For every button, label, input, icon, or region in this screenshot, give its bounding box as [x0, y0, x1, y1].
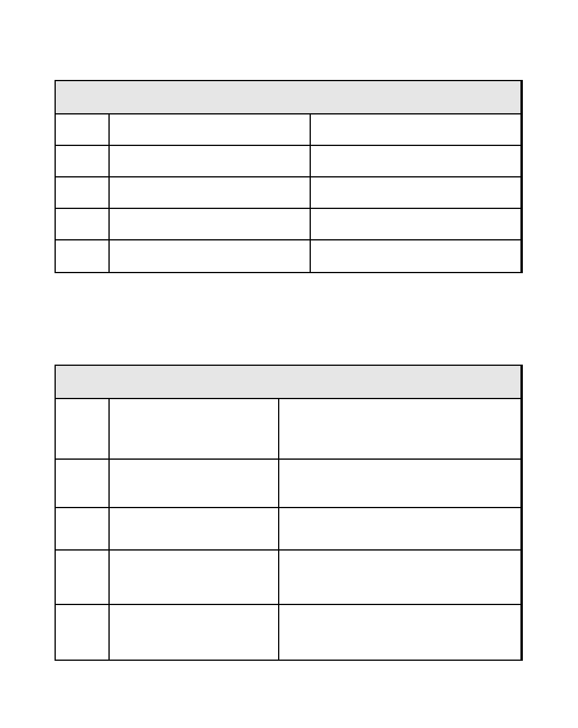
table-cell: [311, 240, 520, 272]
table-row: [56, 146, 520, 177]
table-2: [55, 365, 523, 661]
table-cell: [311, 209, 520, 239]
table-cell: [279, 551, 520, 604]
table-cell: [56, 146, 110, 176]
table-cell: [110, 508, 279, 549]
table-cell: [56, 605, 110, 660]
table-cell: [110, 460, 279, 507]
table-cell: [56, 240, 110, 272]
document-page: [0, 0, 578, 728]
table-1: [55, 80, 523, 273]
table-cell: [56, 460, 110, 507]
table-cell: [56, 114, 110, 145]
table-cell: [110, 399, 279, 458]
table-row: [56, 114, 520, 146]
table-row: [56, 508, 520, 551]
table-row: [56, 209, 520, 240]
table-cell: [56, 209, 110, 239]
table-row: [56, 399, 520, 460]
table-cell: [279, 508, 520, 549]
table-cell: [279, 460, 520, 507]
table-row: [56, 460, 520, 508]
table-cell: [56, 551, 110, 604]
table-cell: [56, 508, 110, 549]
table-cell: [311, 177, 520, 208]
table-1-header: [56, 81, 520, 114]
table-cell: [56, 399, 110, 458]
table-cell: [110, 240, 311, 272]
table-cell: [279, 399, 520, 458]
table-2-header: [56, 366, 520, 399]
table-cell: [110, 114, 311, 145]
table-row: [56, 240, 520, 272]
table-cell: [110, 146, 311, 176]
table-row: [56, 551, 520, 605]
table-cell: [311, 146, 520, 176]
table-cell: [110, 209, 311, 239]
table-cell: [56, 177, 110, 208]
table-cell: [110, 605, 279, 660]
table-cell: [311, 114, 520, 145]
table-row: [56, 605, 520, 660]
table-cell: [279, 605, 520, 660]
table-cell: [110, 551, 279, 604]
table-row: [56, 177, 520, 209]
table-cell: [110, 177, 311, 208]
